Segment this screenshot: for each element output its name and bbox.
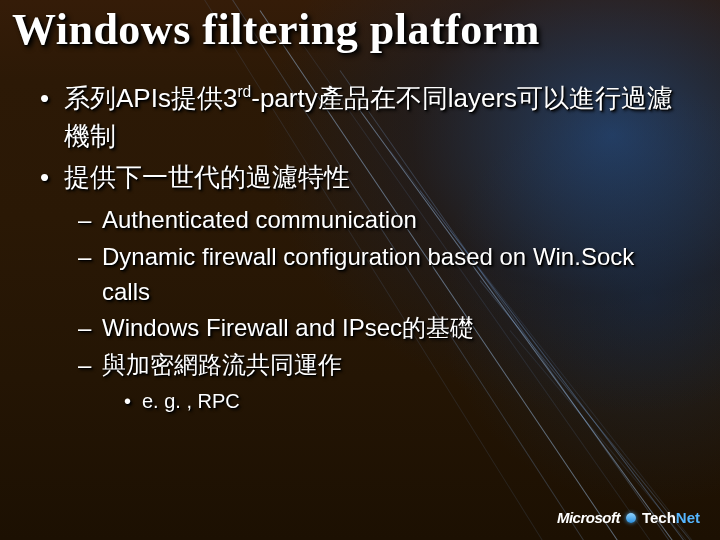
subbullet-4-text: 與加密網路流共同運作 [102, 351, 342, 378]
subsubbullet-1-text: e. g. , RPC [142, 390, 240, 412]
subbullet-3: Windows Firewall and IPsec的基礎 [74, 311, 680, 346]
bullet-2-text: 提供下一世代的過濾特性 [64, 162, 350, 192]
logo-tech: Tech [642, 509, 676, 526]
logo-net: Net [676, 509, 700, 526]
logo-dot-icon [626, 513, 636, 523]
subsubbullet-1: e. g. , RPC [120, 387, 680, 416]
footer-logo: Microsoft TechNet [557, 509, 700, 526]
bullet-2: 提供下一世代的過濾特性 Authenticated communication … [36, 159, 680, 416]
bullet-1-text-pre: 系列APIs提供3 [64, 83, 237, 113]
subbullet-4: 與加密網路流共同運作 e. g. , RPC [74, 348, 680, 416]
slide-title: Windows filtering platform [12, 4, 540, 55]
slide-body: 系列APIs提供3rd-party產品在不同layers可以進行過濾機制 提供下… [30, 80, 680, 420]
subbullet-1: Authenticated communication [74, 203, 680, 238]
logo-technet: TechNet [642, 509, 700, 526]
subbullet-2: Dynamic firewall configuration based on … [74, 240, 680, 310]
subbullet-3-text: Windows Firewall and IPsec的基礎 [102, 314, 474, 341]
subbullet-2-text: Dynamic firewall configuration based on … [102, 243, 634, 305]
bullet-1: 系列APIs提供3rd-party產品在不同layers可以進行過濾機制 [36, 80, 680, 155]
subbullet-1-text: Authenticated communication [102, 206, 417, 233]
bullet-1-sup: rd [237, 83, 251, 100]
logo-microsoft: Microsoft [557, 509, 620, 526]
slide-root: Windows filtering platform 系列APIs提供3rd-p… [0, 0, 720, 540]
